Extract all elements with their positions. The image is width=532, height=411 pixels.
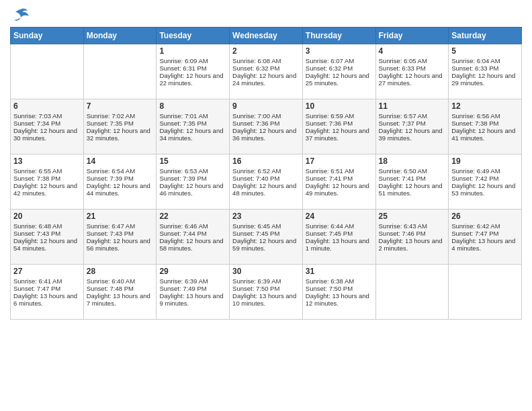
- cell-text: Sunrise: 6:38 AM: [306, 277, 373, 285]
- calendar-cell: 8Sunrise: 7:01 AMSunset: 7:35 PMDaylight…: [157, 99, 230, 154]
- cell-text: Sunrise: 6:44 AM: [306, 222, 373, 230]
- cell-text: Sunset: 6:32 PM: [306, 64, 373, 72]
- calendar-header-wednesday: Wednesday: [230, 28, 303, 44]
- cell-text: Daylight: 13 hours and 6 minutes.: [13, 292, 81, 307]
- calendar-cell: 30Sunrise: 6:39 AMSunset: 7:50 PMDayligh…: [230, 265, 303, 320]
- cell-text: Sunrise: 6:08 AM: [232, 57, 300, 64]
- page: SundayMondayTuesdayWednesdayThursdayFrid…: [0, 0, 532, 411]
- cell-text: Daylight: 12 hours and 44 minutes.: [87, 182, 154, 197]
- cell-text: Sunset: 7:36 PM: [306, 120, 373, 127]
- calendar-cell: 24Sunrise: 6:44 AMSunset: 7:45 PMDayligh…: [302, 210, 375, 265]
- calendar-cell: 18Sunrise: 6:50 AMSunset: 7:41 PMDayligh…: [375, 154, 449, 210]
- calendar-cell: 6Sunrise: 7:03 AMSunset: 7:34 PMDaylight…: [11, 99, 84, 154]
- calendar-cell: 22Sunrise: 6:46 AMSunset: 7:44 PMDayligh…: [157, 210, 230, 265]
- cell-text: Sunset: 7:45 PM: [232, 230, 300, 237]
- day-number: 20: [13, 212, 81, 221]
- calendar-cell: 5Sunrise: 6:04 AMSunset: 6:33 PMDaylight…: [449, 44, 522, 99]
- cell-text: Daylight: 12 hours and 42 minutes.: [13, 182, 81, 197]
- calendar-header-saturday: Saturday: [449, 28, 522, 44]
- cell-text: Sunrise: 6:09 AM: [159, 57, 226, 64]
- day-number: 23: [232, 212, 300, 221]
- day-number: 26: [451, 212, 519, 221]
- calendar-cell: 27Sunrise: 6:41 AMSunset: 7:47 PMDayligh…: [11, 265, 84, 320]
- calendar-cell: 19Sunrise: 6:49 AMSunset: 7:42 PMDayligh…: [449, 154, 522, 210]
- day-number: 14: [87, 156, 154, 166]
- cell-text: Sunrise: 6:05 AM: [379, 57, 446, 64]
- cell-text: Sunrise: 6:48 AM: [13, 222, 81, 230]
- calendar-cell: 7Sunrise: 7:02 AMSunset: 7:35 PMDaylight…: [83, 99, 157, 154]
- cell-text: Daylight: 12 hours and 58 minutes.: [159, 237, 226, 252]
- calendar-cell: 21Sunrise: 6:47 AMSunset: 7:43 PMDayligh…: [83, 210, 157, 265]
- cell-text: Sunrise: 6:49 AM: [451, 167, 519, 175]
- cell-text: Sunset: 7:38 PM: [451, 120, 519, 127]
- cell-text: Daylight: 12 hours and 24 minutes.: [232, 72, 300, 87]
- calendar-cell: 20Sunrise: 6:48 AMSunset: 7:43 PMDayligh…: [11, 210, 84, 265]
- calendar-cell: 25Sunrise: 6:43 AMSunset: 7:46 PMDayligh…: [375, 210, 449, 265]
- cell-text: Daylight: 13 hours and 12 minutes.: [306, 292, 373, 307]
- cell-text: Daylight: 13 hours and 10 minutes.: [232, 292, 300, 307]
- calendar-header-row: SundayMondayTuesdayWednesdayThursdayFrid…: [11, 28, 522, 44]
- cell-text: Sunrise: 7:01 AM: [159, 112, 226, 120]
- calendar-cell: [375, 265, 449, 320]
- cell-text: Sunrise: 6:54 AM: [87, 167, 154, 175]
- day-number: 16: [232, 156, 300, 166]
- cell-text: Sunset: 7:40 PM: [232, 175, 300, 182]
- cell-text: Sunset: 7:35 PM: [159, 120, 226, 127]
- calendar-header-sunday: Sunday: [11, 28, 84, 44]
- calendar-cell: 9Sunrise: 7:00 AMSunset: 7:36 PMDaylight…: [230, 99, 303, 154]
- cell-text: Sunrise: 6:45 AM: [232, 222, 300, 230]
- cell-text: Daylight: 12 hours and 51 minutes.: [379, 182, 446, 197]
- cell-text: Sunset: 7:46 PM: [379, 230, 446, 237]
- cell-text: Daylight: 12 hours and 30 minutes.: [13, 127, 81, 142]
- calendar-cell: 3Sunrise: 6:07 AMSunset: 6:32 PMDaylight…: [302, 44, 375, 99]
- day-number: 4: [379, 46, 446, 56]
- cell-text: Sunrise: 6:50 AM: [379, 167, 446, 175]
- cell-text: Daylight: 12 hours and 29 minutes.: [451, 72, 519, 87]
- cell-text: Daylight: 12 hours and 32 minutes.: [87, 127, 154, 142]
- calendar-cell: 2Sunrise: 6:08 AMSunset: 6:32 PMDaylight…: [230, 44, 303, 99]
- calendar-cell: 17Sunrise: 6:51 AMSunset: 7:41 PMDayligh…: [302, 154, 375, 210]
- day-number: 15: [159, 156, 226, 166]
- day-number: 13: [13, 156, 81, 166]
- cell-text: Sunset: 7:47 PM: [451, 230, 519, 237]
- logo: [10, 7, 30, 23]
- cell-text: Sunrise: 6:41 AM: [13, 277, 81, 285]
- cell-text: Sunset: 7:41 PM: [379, 175, 446, 182]
- calendar-cell: 29Sunrise: 6:39 AMSunset: 7:49 PMDayligh…: [157, 265, 230, 320]
- day-number: 10: [306, 101, 373, 111]
- day-number: 9: [232, 101, 300, 111]
- cell-text: Daylight: 13 hours and 9 minutes.: [159, 292, 226, 307]
- calendar-cell: 10Sunrise: 6:59 AMSunset: 7:36 PMDayligh…: [302, 99, 375, 154]
- day-number: 30: [232, 267, 300, 276]
- cell-text: Daylight: 12 hours and 22 minutes.: [159, 72, 226, 87]
- cell-text: Daylight: 13 hours and 1 minute.: [306, 237, 373, 252]
- cell-text: Daylight: 12 hours and 25 minutes.: [306, 72, 373, 87]
- cell-text: Sunset: 6:32 PM: [232, 64, 300, 72]
- calendar-cell: [11, 44, 84, 99]
- calendar-cell: 15Sunrise: 6:53 AMSunset: 7:39 PMDayligh…: [157, 154, 230, 210]
- cell-text: Daylight: 12 hours and 39 minutes.: [379, 127, 446, 142]
- cell-text: Sunset: 7:45 PM: [306, 230, 373, 237]
- calendar-header-monday: Monday: [83, 28, 157, 44]
- day-number: 25: [379, 212, 446, 221]
- day-number: 11: [379, 101, 446, 111]
- cell-text: Sunset: 7:39 PM: [159, 175, 226, 182]
- cell-text: Sunrise: 6:52 AM: [232, 167, 300, 175]
- cell-text: Sunset: 7:42 PM: [451, 175, 519, 182]
- cell-text: Daylight: 12 hours and 27 minutes.: [379, 72, 446, 87]
- cell-text: Sunset: 7:39 PM: [87, 175, 154, 182]
- cell-text: Daylight: 12 hours and 46 minutes.: [159, 182, 226, 197]
- cell-text: Sunset: 7:41 PM: [306, 175, 373, 182]
- cell-text: Sunset: 7:43 PM: [87, 230, 154, 237]
- calendar-cell: 12Sunrise: 6:56 AMSunset: 7:38 PMDayligh…: [449, 99, 522, 154]
- cell-text: Sunrise: 6:46 AM: [159, 222, 226, 230]
- cell-text: Sunset: 7:34 PM: [13, 120, 81, 127]
- cell-text: Sunset: 7:36 PM: [232, 120, 300, 127]
- day-number: 22: [159, 212, 226, 221]
- cell-text: Sunset: 6:33 PM: [451, 64, 519, 72]
- cell-text: Sunrise: 7:02 AM: [87, 112, 154, 120]
- cell-text: Sunrise: 6:42 AM: [451, 222, 519, 230]
- cell-text: Sunset: 6:33 PM: [379, 64, 446, 72]
- day-number: 3: [306, 46, 373, 56]
- day-number: 31: [306, 267, 373, 276]
